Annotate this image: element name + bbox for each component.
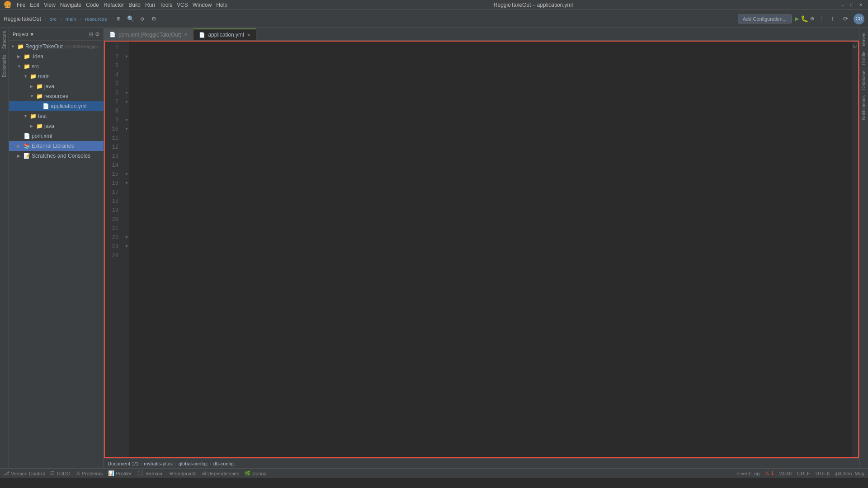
tab-appyml-close[interactable]: ✕ bbox=[247, 33, 250, 38]
tree-item-main[interactable]: ▼ 📁 main bbox=[9, 71, 104, 81]
fold-triangle-2[interactable]: ▼ bbox=[125, 55, 127, 59]
fold-triangle-7[interactable]: ▼ bbox=[125, 100, 127, 104]
crlf-label[interactable]: CRLF bbox=[797, 471, 810, 476]
search-icon[interactable]: 🔍 bbox=[126, 14, 135, 23]
fold-row-16: ▼ bbox=[124, 179, 129, 188]
maximize-button[interactable]: □ bbox=[848, 1, 855, 9]
bread-dbconfig[interactable]: db-config: bbox=[213, 461, 235, 466]
run-button[interactable]: ▶ bbox=[795, 15, 799, 23]
menu-window[interactable]: Window bbox=[193, 2, 212, 8]
profiler-status[interactable]: 📊 Profiler bbox=[108, 470, 132, 476]
fold-triangle-15[interactable]: ▼ bbox=[125, 172, 127, 177]
breadcrumb-resources[interactable]: resources bbox=[85, 16, 107, 22]
menu-vcs[interactable]: VCS bbox=[177, 2, 188, 8]
tree-item-test[interactable]: ▼ 📁 test bbox=[9, 111, 104, 121]
sidebar-collapse-icon[interactable]: ⊟ bbox=[89, 31, 93, 38]
fold-triangle-23[interactable]: ▼ bbox=[125, 244, 127, 249]
tree-item-reggietakeout[interactable]: ▼ 📁 ReggieTakeOut D:\JAVA\Reggie\ bbox=[9, 42, 104, 52]
tree-item-scratches[interactable]: ▶ 📝 Scratches and Consoles bbox=[9, 151, 104, 161]
sidebar-settings-icon[interactable]: ⚙ bbox=[95, 31, 100, 38]
menu-code[interactable]: Code bbox=[86, 2, 99, 8]
fold-triangle-22[interactable]: ▼ bbox=[125, 235, 127, 240]
minimize-button[interactable]: – bbox=[839, 1, 846, 9]
line-num-15: 15 bbox=[105, 170, 121, 179]
database-tab[interactable]: Database bbox=[860, 68, 867, 93]
menu-refactor[interactable]: Refactor bbox=[104, 2, 124, 8]
fold-row-18 bbox=[124, 197, 129, 206]
menu-run[interactable]: Run bbox=[145, 2, 155, 8]
project-sidebar: Project ▼ ⊟ ⚙ ▼ 📁 ReggieTakeOut D:\JAVA\… bbox=[9, 28, 104, 468]
encoding-label[interactable]: UTF-8 bbox=[816, 471, 830, 476]
tree-item-test-java[interactable]: ▶ 📁 java bbox=[9, 121, 104, 131]
debug-button[interactable]: 🐛 bbox=[801, 15, 808, 23]
tab-pomxml[interactable]: 📄 pom.xml (ReggieTakeOut) ✕ bbox=[104, 28, 193, 40]
gradle-tab[interactable]: Gradle bbox=[860, 49, 867, 68]
tree-item-resources[interactable]: ▼ 📁 resources bbox=[9, 91, 104, 101]
fold-triangle-10[interactable]: ▼ bbox=[125, 127, 127, 131]
structure-tab[interactable]: Structure bbox=[1, 28, 8, 52]
line-num-20: 20 bbox=[105, 215, 121, 224]
code-content[interactable] bbox=[129, 42, 852, 457]
bread-globalconfig[interactable]: global-config: bbox=[179, 461, 208, 466]
bread-mybatisplus[interactable]: mybatis-plus: bbox=[144, 461, 173, 466]
settings-icon[interactable]: ⚙ bbox=[138, 14, 147, 23]
tab-appyml[interactable]: 📄 application.yml ✕ bbox=[193, 28, 256, 40]
layout-icon[interactable]: ⊟ bbox=[150, 14, 159, 23]
line-num-14: 14 bbox=[105, 161, 121, 170]
problems-status[interactable]: ⚠ Problems bbox=[76, 470, 103, 476]
event-log-label[interactable]: Event Log bbox=[737, 471, 760, 476]
fold-triangle-16[interactable]: ▼ bbox=[125, 181, 127, 186]
menu-view[interactable]: View bbox=[44, 2, 56, 8]
menu-build[interactable]: Build bbox=[128, 2, 141, 8]
fold-row-14 bbox=[124, 161, 129, 170]
app-name-label: ReggieTakeOut bbox=[4, 16, 41, 22]
folder-icon-java: 📁 bbox=[36, 83, 43, 89]
sidebar-header: Project ▼ ⊟ ⚙ bbox=[9, 28, 104, 41]
arrow-idea: ▶ bbox=[17, 54, 24, 59]
add-configuration-button[interactable]: Add Configuration... bbox=[738, 14, 792, 23]
tree-item-external-libs[interactable]: ▶ 📚 External Libraries bbox=[9, 141, 104, 151]
fold-triangle-9[interactable]: ▼ bbox=[125, 118, 127, 122]
menu-edit[interactable]: Edit bbox=[30, 2, 39, 8]
todo-status[interactable]: ☑ TODO bbox=[50, 470, 71, 476]
terminal-status[interactable]: ⬛ Terminal bbox=[137, 470, 164, 476]
profile-avatar[interactable]: CG bbox=[854, 14, 864, 24]
version-control-status[interactable]: ⎇ Version Control bbox=[4, 470, 45, 476]
tree-label-appyml: application.yml bbox=[51, 103, 86, 109]
maven-tab[interactable]: Maven bbox=[860, 30, 867, 49]
code-editor[interactable]: 123456789101112131415161718192021222324 … bbox=[104, 41, 859, 458]
tree-item-idea[interactable]: ▶ 📁 .idea bbox=[9, 52, 104, 61]
tab-pomxml-close[interactable]: ✕ bbox=[184, 32, 188, 37]
dependencies-status[interactable]: ⊞ Dependencies bbox=[202, 470, 239, 476]
menu-navigate[interactable]: Navigate bbox=[60, 2, 81, 8]
tree-item-src[interactable]: ▼ 📁 src bbox=[9, 61, 104, 71]
toolbar-separator: | bbox=[820, 16, 823, 22]
fold-triangle-6[interactable]: ▼ bbox=[125, 91, 127, 95]
breadcrumb-src[interactable]: src bbox=[50, 16, 57, 22]
spring-status[interactable]: 🌿 Spring bbox=[245, 470, 267, 476]
menu-help[interactable]: Help bbox=[216, 2, 227, 8]
tree-item-pomxml[interactable]: 📄 pom.xml bbox=[9, 131, 104, 141]
menu-file[interactable]: File bbox=[17, 2, 25, 8]
fold-row-17 bbox=[124, 188, 129, 197]
tab-appyml-icon: 📄 bbox=[199, 32, 205, 38]
tree-item-java[interactable]: ▶ 📁 java bbox=[9, 81, 104, 91]
run-icons: ▶ 🐛 ⊕ bbox=[795, 15, 814, 23]
breadcrumb-sep-2: › bbox=[60, 16, 62, 22]
sync-icon[interactable]: ⟳ bbox=[841, 14, 850, 23]
endpoints-status[interactable]: ⊕ Endpoints bbox=[169, 470, 197, 476]
tree-label-resources: resources bbox=[44, 93, 68, 99]
endpoints-label: Endpoints bbox=[175, 471, 197, 476]
close-button[interactable]: ✕ bbox=[857, 1, 864, 9]
breadcrumb-main[interactable]: main bbox=[66, 16, 76, 22]
tree-item-application-yml[interactable]: 📄 application.yml bbox=[9, 101, 104, 111]
bookmarks-tab[interactable]: Bookmarks bbox=[1, 52, 8, 80]
project-tree: ▼ 📁 ReggieTakeOut D:\JAVA\Reggie\ ▶ 📁 .i… bbox=[9, 41, 104, 468]
project-icon[interactable]: ⊞ bbox=[114, 14, 123, 23]
notifications-tab[interactable]: Notifications bbox=[860, 93, 867, 122]
arrow-java: ▶ bbox=[30, 84, 36, 89]
menu-tools[interactable]: Tools bbox=[160, 2, 172, 8]
coverage-button[interactable]: ⊕ bbox=[810, 15, 814, 23]
dependencies-label: Dependencies bbox=[208, 471, 239, 476]
vcs-icon[interactable]: ↕ bbox=[828, 14, 837, 23]
